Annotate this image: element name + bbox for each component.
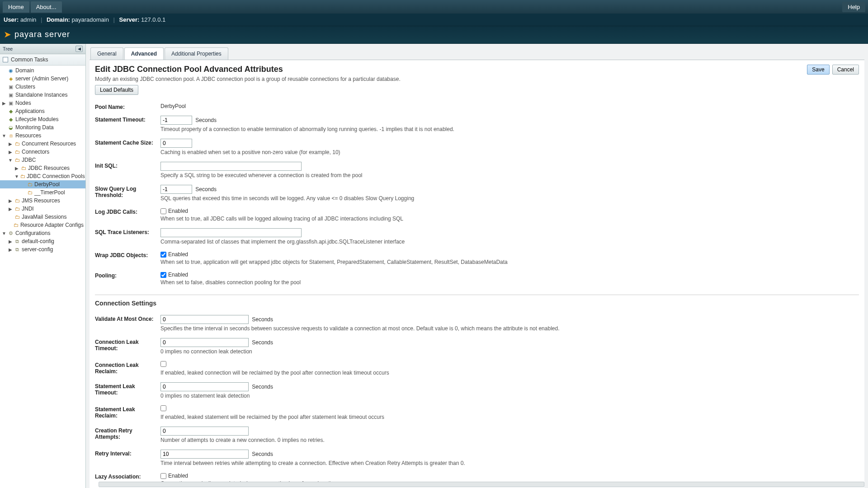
st-timeout-hint: Timeout property of a connection to enab… — [160, 126, 859, 132]
config-icon: ⧉ — [14, 238, 20, 244]
tab-general[interactable]: General — [90, 47, 123, 60]
page-title: Edit JDBC Connection Pool Advanced Attri… — [95, 65, 401, 74]
tree-node-timerpool[interactable]: ▶🗀__TimerPool — [0, 188, 85, 197]
tree-node-concurrent[interactable]: ▶🗀Concurrent Resources — [0, 140, 85, 148]
tree-collapse-button[interactable]: ◀ — [75, 46, 83, 52]
common-tasks[interactable]: Common Tasks — [0, 54, 85, 66]
wrap-checkbox[interactable] — [160, 252, 166, 258]
slr-hint: If enabled, leaked statement will be rec… — [160, 414, 859, 420]
nav-about[interactable]: About... — [31, 1, 62, 13]
ri-input[interactable] — [160, 450, 249, 459]
tree-node-jms[interactable]: ▶🗀JMS Resources — [0, 197, 85, 205]
vamo-unit: Seconds — [252, 316, 273, 323]
la-checkbox[interactable] — [160, 473, 166, 479]
tree-node-default-config[interactable]: ▶⧉default-config — [0, 237, 85, 245]
folder-icon: 🗀 — [14, 206, 20, 212]
top-nav: Home About... Help — [0, 0, 868, 14]
tree-node-jdbc-resources[interactable]: ▶🗀JDBC Resources — [0, 164, 85, 172]
cluster-icon: ▣ — [8, 84, 14, 90]
apps-icon: ◆ — [8, 108, 14, 114]
tree-node-javamail[interactable]: ▶🗀JavaMail Sessions — [0, 213, 85, 221]
pooling-checkbox[interactable] — [160, 272, 166, 278]
domain-value: payaradomain — [72, 16, 109, 23]
tree-node-nodes[interactable]: ▶▣Nodes — [0, 99, 85, 107]
initsql-label: Init SQL: — [95, 160, 160, 183]
pooling-hint: When set to false, disables connection p… — [160, 279, 859, 286]
content-area: General Advanced Additional Properties E… — [86, 44, 868, 488]
la-cblabel: Enabled — [168, 473, 188, 479]
tree-node-configurations[interactable]: ▼⚙Configurations — [0, 229, 85, 237]
slt-unit: Seconds — [252, 384, 273, 390]
logjdbc-label: Log JDBC Calls: — [95, 206, 160, 226]
domain-label: Domain: — [47, 16, 70, 23]
user-value: admin — [20, 16, 36, 23]
horizontal-scrollbar[interactable] — [99, 482, 864, 487]
initsql-input[interactable] — [160, 162, 302, 171]
user-label: User: — [4, 16, 19, 23]
slt-label: Statement Leak Timeout: — [95, 380, 160, 404]
slt-input[interactable] — [160, 382, 249, 391]
wrap-hint: When set to true, application will get w… — [160, 259, 859, 265]
logjdbc-checkbox[interactable] — [160, 208, 166, 214]
tree-node-jdbc[interactable]: ▼🗀JDBC — [0, 156, 85, 164]
slowq-label: Slow Query Log Threshold: — [95, 183, 160, 206]
clt-input[interactable] — [160, 338, 249, 347]
connection-settings-heading: Connection Settings — [95, 300, 859, 307]
slr-checkbox[interactable] — [160, 405, 166, 411]
tree-node-jndi[interactable]: ▶🗀JNDI — [0, 205, 85, 213]
load-defaults-button[interactable]: Load Defaults — [95, 85, 138, 95]
tree-node-server-config[interactable]: ▶⧉server-config — [0, 245, 85, 253]
tree-header: Tree ◀ — [0, 44, 85, 54]
config-icon: ⧉ — [14, 246, 20, 253]
tree-node-resources[interactable]: ▼⧈Resources — [0, 131, 85, 140]
tree-node-applications[interactable]: ▶◆Applications — [0, 107, 85, 115]
tree-node-standalone[interactable]: ▶▣Standalone Instances — [0, 91, 85, 99]
folder-icon: 🗀 — [14, 222, 19, 228]
tree-node-monitoring[interactable]: ▶◒Monitoring Data — [0, 123, 85, 131]
tree-node-clusters[interactable]: ▶▣Clusters — [0, 83, 85, 91]
vamo-input[interactable] — [160, 315, 249, 324]
st-cache-input[interactable] — [160, 139, 192, 148]
tree-node-jdbc-pools[interactable]: ▼🗀JDBC Connection Pools — [0, 172, 85, 180]
st-timeout-input[interactable] — [160, 116, 192, 125]
slowq-input[interactable] — [160, 185, 192, 194]
st-cache-label: Statement Cache Size: — [95, 137, 160, 160]
tree-node-derbypool[interactable]: ▶🗀DerbyPool — [0, 180, 85, 188]
pool-icon: 🗀 — [27, 181, 33, 188]
monitor-icon: ◒ — [8, 124, 14, 131]
folder-icon: 🗀 — [14, 157, 20, 163]
lifecycle-icon: ◆ — [8, 116, 14, 122]
wrap-cblabel: Enabled — [168, 251, 188, 258]
nodes-icon: ▣ — [8, 100, 14, 106]
cra-input[interactable] — [160, 427, 249, 436]
save-button[interactable]: Save — [807, 65, 829, 75]
clr-checkbox[interactable] — [160, 361, 166, 367]
slowq-hint: SQL queries that exceed this time in sec… — [160, 195, 859, 202]
clr-label: Connection Leak Reclaim: — [95, 359, 160, 380]
logo-text: payara server — [14, 30, 70, 39]
st-timeout-unit: Seconds — [195, 117, 217, 123]
tree-node-lifecycle[interactable]: ▶◆Lifecycle Modules — [0, 115, 85, 123]
tree-node-connectors[interactable]: ▶🗀Connectors — [0, 148, 85, 156]
tree-node-rac[interactable]: ▶🗀Resource Adapter Configs — [0, 221, 85, 229]
logjdbc-cblabel: Enabled — [168, 208, 188, 214]
nav-home[interactable]: Home — [3, 1, 29, 13]
poolname-label: Pool Name: — [95, 101, 160, 114]
trace-input[interactable] — [160, 228, 302, 237]
tab-additional-properties[interactable]: Additional Properties — [165, 47, 228, 60]
server-value: 127.0.0.1 — [141, 16, 165, 23]
tree-node-admin-server[interactable]: ▶◈server (Admin Server) — [0, 75, 85, 83]
clt-label: Connection Leak Timeout: — [95, 336, 160, 359]
logo: ➤ payara server — [4, 29, 864, 40]
folder-icon: 🗀 — [20, 173, 25, 179]
tree-node-domain[interactable]: ▶◉Domain — [0, 66, 85, 75]
clr-hint: If enabled, leaked connection will be re… — [160, 370, 859, 376]
cancel-button[interactable]: Cancel — [832, 65, 859, 75]
folder-icon: 🗀 — [14, 141, 20, 147]
fish-icon: ➤ — [4, 29, 12, 40]
tab-advanced[interactable]: Advanced — [124, 47, 164, 60]
pool-icon: 🗀 — [27, 189, 33, 196]
server-label: Server: — [119, 16, 140, 23]
tree-panel: Tree ◀ Common Tasks ▶◉Domain ▶◈server (A… — [0, 44, 86, 488]
nav-help[interactable]: Help — [842, 2, 865, 12]
